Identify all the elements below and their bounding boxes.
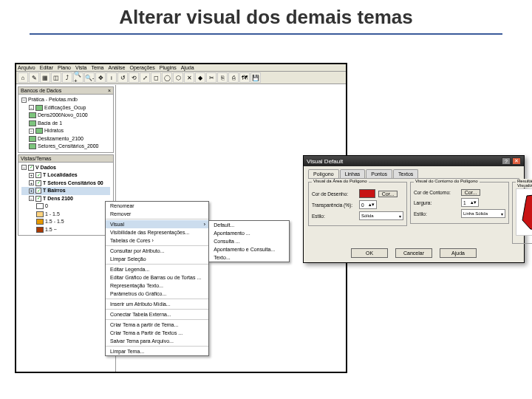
tool-window-icon[interactable]: ◫ — [51, 72, 61, 83]
checkbox-icon[interactable]: ✓ — [35, 196, 41, 202]
minus-icon[interactable]: − — [29, 129, 34, 134]
db-item[interactable]: Dens2006Novo_0100 — [21, 112, 110, 120]
tool-map-icon[interactable]: 🗺 — [239, 72, 250, 83]
sub-apont-consulta[interactable]: Apontamento e Consulta... — [209, 245, 289, 253]
checkbox-icon[interactable]: ✓ — [35, 188, 41, 194]
ok-button[interactable]: OK — [351, 248, 388, 258]
tool-edit-icon[interactable]: ✎ — [29, 72, 39, 83]
fill-color-swatch — [359, 189, 375, 198]
fill-color-button[interactable]: Cor... — [378, 191, 398, 197]
theme-item[interactable]: −✓T Dens 2100 — [21, 195, 110, 203]
ctx-criar-tema-textos[interactable]: Criar Tema a Partir de Textos ... — [106, 329, 208, 337]
tool-circle-icon[interactable]: ◯ — [162, 72, 172, 83]
menu-editar[interactable]: Editar — [40, 65, 53, 70]
dialog-titlebar[interactable]: Visual Default ? ✕ — [304, 156, 524, 166]
width-input[interactable]: 1▴▾ — [461, 198, 479, 207]
tab-pontos[interactable]: Pontos — [366, 169, 392, 178]
sub-apontamento[interactable]: Apontamento ... — [209, 229, 289, 237]
cancel-button[interactable]: Cancelar — [395, 248, 432, 258]
transparency-input[interactable]: 0▴▾ — [359, 200, 377, 209]
minus-icon[interactable]: − — [29, 196, 34, 201]
tool-redo-icon[interactable]: ⟲ — [129, 72, 139, 83]
sub-texto[interactable]: Texto... — [209, 253, 289, 262]
sub-default[interactable]: Default... — [209, 221, 289, 229]
ctx-repr-texto[interactable]: Representação Texto... — [106, 282, 208, 290]
tool-rect-icon[interactable]: ◻ — [151, 72, 161, 83]
help-button[interactable]: Ajuda — [440, 248, 477, 258]
tool-save-icon[interactable]: 💾 — [250, 72, 261, 83]
spinner-icon[interactable]: ▴▾ — [471, 200, 477, 205]
tool-zoomout-icon[interactable]: 🔍- — [84, 72, 95, 83]
close-icon[interactable]: × — [108, 88, 111, 93]
tool-export-icon[interactable]: ⤴ — [62, 72, 72, 83]
db-item[interactable]: −Hidratos — [21, 127, 110, 135]
checkbox-icon[interactable]: ✓ — [35, 172, 41, 178]
plus-icon[interactable]: + — [29, 180, 34, 185]
ctx-remover[interactable]: Remover — [106, 210, 208, 218]
tool-print-icon[interactable]: ⎙ — [228, 72, 239, 83]
ctx-visual[interactable]: Visual Default... Apontamento ... Consul… — [106, 220, 208, 228]
close-icon[interactable]: ✕ — [512, 157, 521, 165]
ctx-param-grafico[interactable]: Parâmetros do Gráfico... — [106, 290, 208, 298]
theme-item[interactable]: +✓T Bairros — [21, 187, 110, 195]
ctx-salvar-tema[interactable]: Salvar Tema para Arquivo... — [106, 337, 208, 345]
ctx-tabelas-cores[interactable]: Tabelas de Cores › — [106, 236, 208, 245]
ctx-editar-grafico[interactable]: Editar Gráfico de Barras ou de Tortas ..… — [106, 273, 208, 282]
outline-color-button[interactable]: Cor... — [461, 189, 480, 196]
ctx-consultar-atributo[interactable]: Consultar por Atributo... — [106, 247, 208, 255]
sub-consulta[interactable]: Consulta ... — [209, 237, 289, 245]
menu-vista[interactable]: Vista — [75, 65, 86, 70]
plus-icon[interactable]: + — [29, 173, 34, 178]
spinner-icon[interactable]: ▴▾ — [369, 202, 375, 208]
tool-info-icon[interactable]: i — [106, 72, 117, 83]
outline-style-combo[interactable]: Linha Sólida▾ — [461, 209, 505, 218]
tool-pan-icon[interactable]: ✥ — [95, 72, 106, 83]
minus-icon[interactable]: − — [29, 105, 34, 110]
tool-extent-icon[interactable]: ⤢ — [140, 72, 150, 83]
ctx-editar-legenda[interactable]: Editar Legenda... — [106, 265, 208, 273]
tool-undo-icon[interactable]: ↺ — [117, 72, 128, 83]
menu-plano[interactable]: Plano — [58, 65, 71, 70]
tool-poly-icon[interactable]: ⬡ — [173, 72, 183, 83]
legend-item: 1 - 1.5 — [21, 211, 110, 219]
db-item[interactable]: Bacia de 1 — [21, 120, 110, 128]
checkbox-icon[interactable]: ✓ — [35, 180, 41, 186]
tool-home-icon[interactable]: ⌂ — [18, 72, 28, 83]
tab-textos[interactable]: Textos — [393, 169, 418, 178]
menu-operacoes[interactable]: Operações — [129, 65, 154, 70]
ctx-renomear[interactable]: Renomear — [106, 202, 208, 210]
db-item[interactable]: Setores_Censitários_2000 — [21, 143, 110, 151]
tab-linhas[interactable]: Linhas — [340, 169, 366, 178]
db-item[interactable]: Deslizamento_2100 — [21, 135, 110, 143]
ctx-inserir-midia[interactable]: Inserir um Atributo Mídia... — [106, 300, 208, 308]
db-root[interactable]: −Prática - Pelotas.mdb — [21, 96, 110, 104]
menu-arquivo[interactable]: Arquivo — [18, 65, 35, 70]
ctx-limpar-selecao[interactable]: Limpar Seleção — [106, 255, 208, 263]
views-tree: −✓V Dados +✓T Localidades +✓T Setores Ce… — [18, 163, 113, 236]
fill-style-combo[interactable]: Sólida▾ — [359, 211, 403, 220]
tool-copy-icon[interactable]: ⎘ — [217, 72, 228, 83]
tool-cut-icon[interactable]: ✂ — [206, 72, 216, 83]
checkbox-icon[interactable]: ✓ — [28, 165, 34, 171]
tab-poligono[interactable]: Polígono — [308, 169, 339, 178]
tool-point-icon[interactable]: ◆ — [195, 72, 205, 83]
tool-delete-icon[interactable]: ✕ — [184, 72, 194, 83]
menu-tema[interactable]: Tema — [91, 65, 103, 70]
tool-zoomin-icon[interactable]: 🔍+ — [73, 72, 83, 83]
minus-icon[interactable]: − — [21, 165, 27, 170]
db-item[interactable]: −Edificações_Ocup — [21, 104, 110, 112]
menu-plugins[interactable]: Plugins — [160, 65, 177, 70]
menu-analise[interactable]: Análise — [109, 65, 126, 70]
minus-icon[interactable]: − — [21, 98, 27, 103]
plus-icon[interactable]: + — [29, 188, 34, 194]
ctx-conectar-tabela[interactable]: Conectar Tabela Externa... — [106, 310, 208, 318]
theme-item[interactable]: +✓T Localidades — [21, 171, 110, 180]
help-icon[interactable]: ? — [502, 157, 511, 165]
ctx-limpar-tema[interactable]: Limpar Tema... — [106, 347, 208, 355]
ctx-criar-tema-tema[interactable]: Criar Tema a partir de Tema... — [106, 321, 208, 329]
menu-ajuda[interactable]: Ajuda — [181, 65, 194, 70]
view-root[interactable]: −✓V Dados — [21, 164, 110, 172]
ctx-visibilidade[interactable]: Visibilidade das Representações... — [106, 228, 208, 236]
theme-item[interactable]: +✓T Setores Censitários 00 — [21, 180, 110, 188]
tool-grid-icon[interactable]: ▦ — [40, 72, 50, 83]
